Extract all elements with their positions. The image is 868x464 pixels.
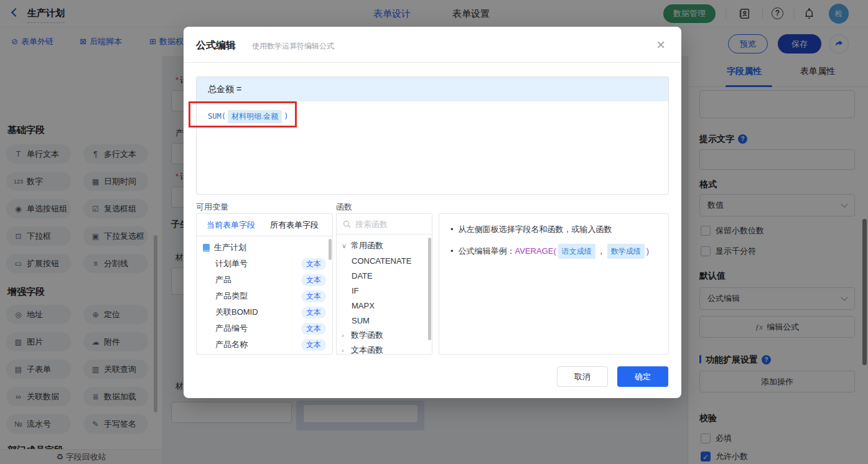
dialog-subtitle: 使用数学运算符编辑公式 [252,41,334,52]
variable-item[interactable]: 产品类型文本 [197,288,332,304]
function-item[interactable]: CONCATENATE [337,253,432,268]
function-item[interactable]: DATE [337,268,432,283]
formula-editor: 总金额 = SUM(材料明细.金额) [196,77,669,195]
caret-right-icon: › [342,332,348,339]
variables-panel: 当前表单字段 所有表单字段 生产计划 计划单号文本 产品文本 产品类型文本 关联… [196,213,333,355]
function-group-common[interactable]: ∨常用函数 [337,238,432,253]
tip-line-2: •公式编辑举例：AVERAGE(语文成绩，数学成绩) [450,244,657,259]
variable-item[interactable]: 关联BOMID文本 [197,304,332,320]
confirm-button[interactable]: 确定 [617,366,668,387]
example-chip: 语文成绩 [558,244,595,259]
caret-down-icon: ∨ [342,242,348,250]
variable-item[interactable]: 产品编号文本 [197,320,332,336]
type-badge: 文本 [301,258,326,270]
variable-item[interactable]: 计划单号文本 [197,256,332,272]
function-search-input[interactable] [355,220,418,229]
cancel-button[interactable]: 取消 [557,366,608,387]
type-badge: 文本 [301,290,326,302]
variables-scrollbar[interactable] [329,239,332,260]
function-group-math[interactable]: ›数学函数 [337,328,432,343]
search-icon [343,220,351,228]
type-badge: 文本 [301,274,326,286]
variables-label: 可用变量 [196,202,228,213]
type-badge: 文本 [301,307,326,318]
functions-label: 函数 [336,202,352,213]
type-badge: 文本 [301,339,326,351]
red-annotation-box [189,101,297,128]
form-doc-icon [203,244,210,252]
formula-target: 总金额 = [197,77,668,101]
example-function: AVERAGE( [515,246,556,256]
function-item[interactable]: IF [337,283,432,298]
tab-all-form-fields[interactable]: 所有表单字段 [270,220,319,231]
example-chip: 数学成绩 [607,244,645,259]
formula-editor-dialog: 公式编辑 使用数学运算符编辑公式 × 总金额 = SUM(材料明细.金额) 可用… [184,27,681,398]
tab-current-form-fields[interactable]: 当前表单字段 [207,220,255,231]
function-search[interactable] [337,214,432,234]
caret-right-icon: › [342,346,348,354]
type-badge: 文本 [301,323,326,335]
tip-line-1: •从左侧面板选择字段名和函数，或输入函数 [450,223,657,236]
functions-panel: ∨常用函数 CONCATENATE DATE IF MAPX SUM ›数学函数… [336,213,432,355]
function-item[interactable]: SUM [337,313,432,328]
variable-item[interactable]: 产品文本 [197,272,332,288]
variable-tree-root[interactable]: 生产计划 [197,239,332,256]
close-icon[interactable]: × [650,34,671,55]
functions-scrollbar[interactable] [428,238,431,340]
function-item[interactable]: MAPX [337,298,432,313]
tips-panel: •从左侧面板选择字段名和函数，或输入函数 •公式编辑举例：AVERAGE(语文成… [439,213,669,355]
divider [184,62,681,63]
variable-item[interactable]: 产品名称文本 [197,336,332,353]
function-group-text[interactable]: ›文本函数 [337,343,432,355]
dialog-title: 公式编辑 [196,39,236,52]
variables-tabs: 当前表单字段 所有表单字段 [197,214,332,236]
